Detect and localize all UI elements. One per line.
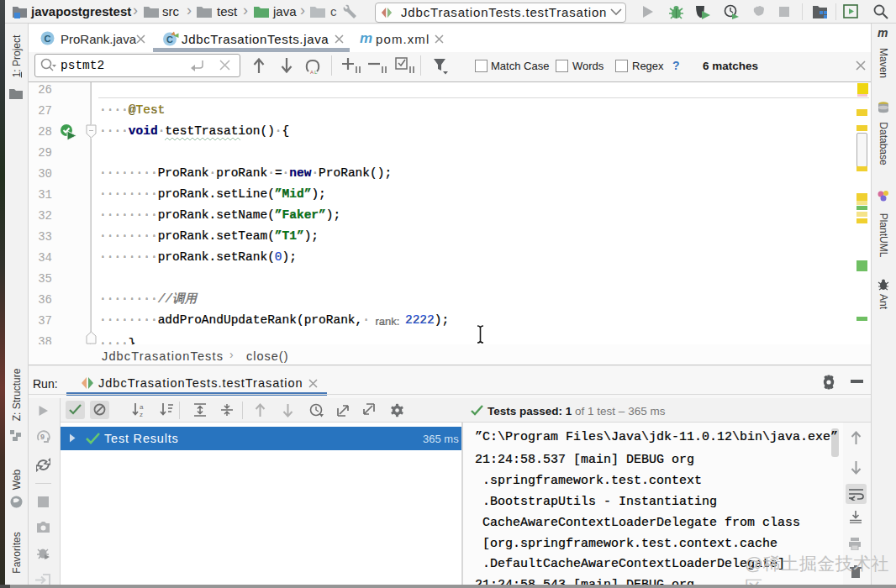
svg-text:C: C <box>166 34 173 45</box>
svg-text:z: z <box>140 411 143 417</box>
svg-text:a: a <box>140 403 144 411</box>
svg-text:A: A <box>310 70 314 75</box>
svg-text:C: C <box>45 34 51 44</box>
svg-text:9: 9 <box>40 433 45 441</box>
